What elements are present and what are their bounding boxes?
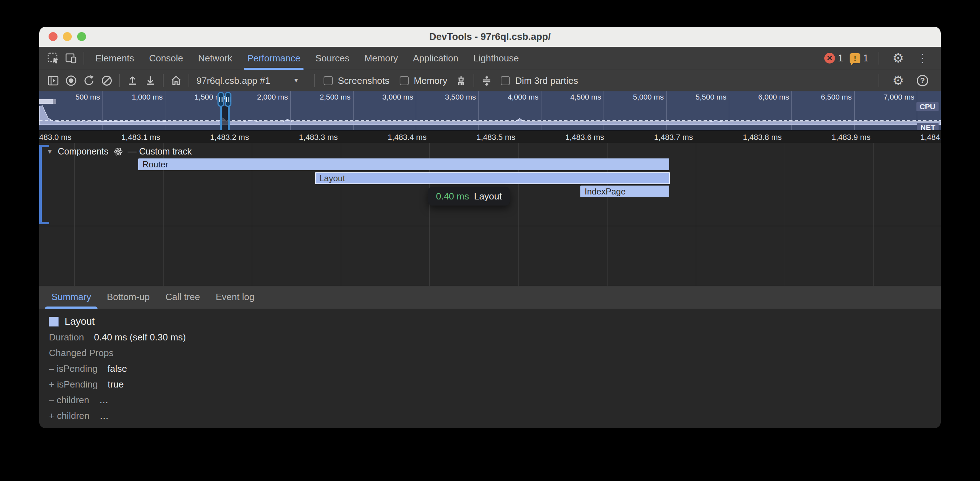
summary-value: false bbox=[108, 363, 127, 374]
flamechart-gridline bbox=[873, 143, 873, 286]
summary-key: Duration bbox=[49, 332, 84, 343]
overview-tick-label: 1,000 ms bbox=[105, 93, 162, 102]
more-options-icon[interactable]: ⋮ bbox=[913, 49, 931, 67]
record-icon[interactable] bbox=[62, 72, 80, 90]
tab-network[interactable]: Network bbox=[191, 47, 240, 70]
overview-tick-label: 5,000 ms bbox=[607, 93, 664, 102]
toggle-sidebar-icon[interactable] bbox=[44, 72, 62, 90]
divider bbox=[878, 74, 879, 87]
cpu-lane-label: CPU bbox=[916, 102, 939, 111]
target-selector-value: 97r6ql.csb.app #1 bbox=[196, 75, 270, 86]
flamechart-area[interactable]: ▼ Components — Custom track RouterLayout… bbox=[39, 143, 941, 286]
net-lane-label: NET bbox=[917, 123, 939, 130]
minimize-window-button[interactable] bbox=[63, 32, 72, 41]
garbage-collect-icon[interactable] bbox=[452, 72, 470, 90]
details-tabbar: SummaryBottom-upCall treeEvent log bbox=[39, 286, 941, 309]
selection-right-handle[interactable] bbox=[224, 92, 231, 107]
dim-3rd-parties-checkbox[interactable]: Dim 3rd parties bbox=[501, 75, 578, 86]
window-title: DevTools - 97r6ql.csb.app/ bbox=[429, 32, 551, 43]
issue-icon: ! bbox=[850, 53, 861, 63]
tab-call-tree[interactable]: Call tree bbox=[158, 286, 208, 309]
ruler-tick-label: 1,483.5 ms bbox=[434, 130, 515, 143]
timeline-overview[interactable]: 500 ms1,000 ms1,500 ms2,000 ms2,500 ms3,… bbox=[39, 91, 941, 130]
flame-event-indexpage[interactable]: IndexPage bbox=[581, 186, 669, 197]
divider bbox=[878, 52, 879, 65]
ruler-tick-label: 1,483.7 ms bbox=[611, 130, 693, 143]
screenshots-checkbox[interactable]: Screenshots bbox=[324, 75, 390, 86]
summary-value: true bbox=[108, 379, 124, 390]
overview-tick-label: 4,500 ms bbox=[544, 93, 601, 102]
summary-key: + children bbox=[49, 410, 89, 421]
close-window-button[interactable] bbox=[49, 32, 57, 41]
tab-lighthouse[interactable]: Lighthouse bbox=[466, 47, 527, 70]
zoom-window-button[interactable] bbox=[77, 32, 86, 41]
summary-key: Changed Props bbox=[49, 348, 114, 359]
divider bbox=[314, 74, 315, 87]
tab-elements[interactable]: Elements bbox=[88, 47, 142, 70]
tab-memory[interactable]: Memory bbox=[357, 47, 406, 70]
upload-profile-icon[interactable] bbox=[124, 72, 142, 90]
flamechart-ruler: 1,483.0 ms1,483.1 ms1,483.2 ms1,483.3 ms… bbox=[39, 130, 941, 143]
summary-value: … bbox=[99, 395, 108, 406]
overview-tick-label: 3,000 ms bbox=[356, 93, 413, 102]
download-profile-icon[interactable] bbox=[142, 72, 159, 90]
selection-left-handle[interactable] bbox=[218, 92, 224, 107]
tab-performance[interactable]: Performance bbox=[240, 47, 308, 70]
clear-icon[interactable] bbox=[98, 72, 116, 90]
overview-baseline bbox=[39, 120, 941, 121]
tab-console[interactable]: Console bbox=[142, 47, 190, 70]
error-icon: ✕ bbox=[824, 53, 835, 63]
summary-row: + children… bbox=[49, 408, 941, 424]
overview-tick-label: 7,000 ms bbox=[857, 93, 914, 102]
issue-count: 1 bbox=[863, 53, 869, 64]
summary-panel: Layout Duration0.40 ms (self 0.30 ms)Cha… bbox=[39, 309, 941, 428]
device-toolbar-icon[interactable] bbox=[62, 49, 80, 67]
inspect-element-icon[interactable] bbox=[44, 49, 62, 67]
flame-event-router[interactable]: Router bbox=[138, 159, 669, 170]
checkbox-box bbox=[399, 76, 409, 85]
flame-event-layout[interactable]: Layout bbox=[315, 172, 670, 184]
summary-row: – children… bbox=[49, 392, 941, 408]
collapse-triangle-icon[interactable]: ▼ bbox=[46, 148, 53, 156]
devtools-tabbar: ElementsConsoleNetworkPerformanceSources… bbox=[39, 47, 941, 70]
tab-bottom-up[interactable]: Bottom-up bbox=[99, 286, 158, 309]
traffic-lights bbox=[49, 32, 86, 41]
ruler-tick-label: 1,483.9 ms bbox=[789, 130, 870, 143]
flamechart-gridline bbox=[74, 143, 75, 286]
tab-event-log[interactable]: Event log bbox=[208, 286, 262, 309]
help-icon[interactable]: ? bbox=[913, 72, 931, 90]
tooltip-duration: 0.40 ms bbox=[436, 191, 469, 202]
checkbox-box bbox=[501, 76, 510, 85]
home-icon[interactable] bbox=[167, 72, 185, 90]
ruler-tick-label: 1,483.0 ms bbox=[39, 130, 72, 143]
summary-row: + isPendingtrue bbox=[49, 376, 941, 392]
tab-sources[interactable]: Sources bbox=[308, 47, 357, 70]
memory-checkbox[interactable]: Memory bbox=[399, 75, 447, 86]
error-count: 1 bbox=[838, 53, 843, 64]
capture-settings-gear-icon[interactable]: ⚙ bbox=[889, 72, 907, 90]
overview-tick-label: 4,000 ms bbox=[481, 93, 539, 102]
checkbox-box bbox=[324, 76, 333, 85]
tab-application[interactable]: Application bbox=[406, 47, 466, 70]
reload-record-icon[interactable] bbox=[80, 72, 98, 90]
console-errors-badge[interactable]: ✕ 1 bbox=[824, 53, 843, 64]
collapse-tracks-icon[interactable] bbox=[478, 72, 496, 90]
overview-tick-label: 6,500 ms bbox=[795, 93, 852, 102]
event-color-swatch bbox=[49, 317, 59, 327]
overview-tick-label: 1,500 ms bbox=[168, 93, 225, 102]
flamechart-gridline bbox=[784, 143, 785, 286]
tab-summary[interactable]: Summary bbox=[44, 286, 99, 309]
track-header[interactable]: ▼ Components — Custom track bbox=[46, 146, 192, 157]
overview-tick-label: 2,000 ms bbox=[231, 93, 288, 102]
settings-gear-icon[interactable]: ⚙ bbox=[889, 49, 907, 67]
overview-tick-label: 2,500 ms bbox=[294, 93, 351, 102]
ruler-tick-label: 1,484.0 ms bbox=[878, 130, 941, 143]
issues-badge[interactable]: ! 1 bbox=[850, 53, 869, 64]
devtools-window: DevTools - 97r6ql.csb.app/ ElementsConso… bbox=[39, 27, 941, 428]
target-selector-dropdown[interactable]: 97r6ql.csb.app #1 ▼ bbox=[193, 75, 311, 86]
track-divider bbox=[39, 226, 941, 226]
cpu-activity-chart bbox=[39, 102, 941, 125]
chevron-down-icon: ▼ bbox=[293, 77, 299, 84]
ruler-tick-label: 1,483.6 ms bbox=[523, 130, 604, 143]
summary-value: … bbox=[99, 410, 108, 421]
